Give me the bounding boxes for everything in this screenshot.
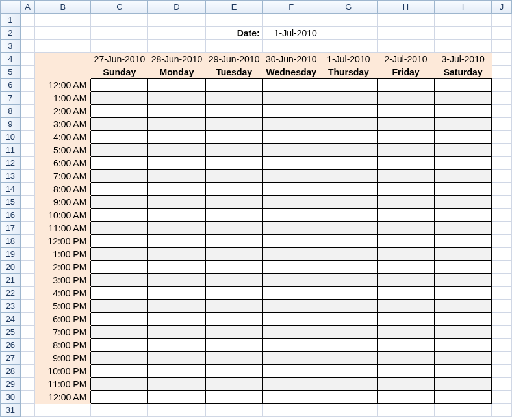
cell-I17[interactable] — [435, 222, 492, 235]
cell-G1[interactable] — [320, 14, 377, 27]
cell-I16[interactable] — [435, 209, 492, 222]
cell-J9[interactable] — [492, 118, 512, 131]
cell-H2[interactable] — [377, 27, 434, 40]
cell-C5-day[interactable]: Sunday — [91, 66, 148, 79]
cell-I8[interactable] — [435, 105, 492, 118]
cell-I15[interactable] — [435, 196, 492, 209]
cell-A15[interactable] — [20, 196, 35, 209]
cell-J7[interactable] — [492, 92, 512, 105]
cell-C25[interactable] — [91, 326, 148, 339]
cell-F22[interactable] — [262, 287, 320, 300]
cell-J24[interactable] — [492, 313, 512, 326]
cell-G24[interactable] — [320, 313, 377, 326]
cell-E5-day[interactable]: Tuesday — [205, 66, 262, 79]
cell-E26[interactable] — [205, 339, 262, 352]
cell-B26-time[interactable]: 8:00 PM — [35, 339, 91, 352]
cell-G10[interactable] — [320, 131, 377, 144]
cell-I23[interactable] — [435, 300, 492, 313]
cell-A24[interactable] — [20, 313, 35, 326]
cell-B4[interactable] — [35, 53, 91, 66]
cell-A7[interactable] — [20, 92, 35, 105]
cell-H31[interactable] — [377, 404, 434, 417]
cell-B23-time[interactable]: 5:00 PM — [35, 300, 91, 313]
cell-A5[interactable] — [20, 66, 35, 79]
cell-C6[interactable] — [91, 79, 148, 92]
cell-D24[interactable] — [148, 313, 205, 326]
cell-D26[interactable] — [148, 339, 205, 352]
cell-A1[interactable] — [20, 14, 35, 27]
row-header-14[interactable]: 14 — [1, 183, 21, 196]
cell-I5-day[interactable]: Saturday — [435, 66, 492, 79]
row-header-7[interactable]: 7 — [1, 92, 21, 105]
cell-A16[interactable] — [20, 209, 35, 222]
cell-J20[interactable] — [492, 261, 512, 274]
cell-I2[interactable] — [435, 27, 492, 40]
cell-B9-time[interactable]: 3:00 AM — [35, 118, 91, 131]
row-header-17[interactable]: 17 — [1, 222, 21, 235]
cell-C27[interactable] — [91, 352, 148, 365]
cell-E15[interactable] — [205, 196, 262, 209]
cell-B14-time[interactable]: 8:00 AM — [35, 183, 91, 196]
cell-C26[interactable] — [91, 339, 148, 352]
cell-H14[interactable] — [377, 183, 434, 196]
cell-H11[interactable] — [377, 144, 434, 157]
cell-A12[interactable] — [20, 157, 35, 170]
cell-D16[interactable] — [148, 209, 205, 222]
cell-E31[interactable] — [205, 404, 262, 417]
cell-B28-time[interactable]: 10:00 PM — [35, 365, 91, 378]
cell-D4-date[interactable]: 28-Jun-2010 — [148, 53, 205, 66]
cell-C17[interactable] — [91, 222, 148, 235]
cell-I12[interactable] — [435, 157, 492, 170]
cell-H24[interactable] — [377, 313, 434, 326]
cell-C19[interactable] — [91, 248, 148, 261]
cell-G14[interactable] — [320, 183, 377, 196]
cell-H6[interactable] — [377, 79, 434, 92]
spreadsheet-grid[interactable]: A B C D E F G H I J 1 2 Date: 1-Jul-2010 — [0, 0, 512, 417]
cell-A26[interactable] — [20, 339, 35, 352]
cell-E27[interactable] — [205, 352, 262, 365]
cell-F11[interactable] — [262, 144, 320, 157]
cell-E30[interactable] — [205, 391, 262, 404]
cell-F17[interactable] — [262, 222, 320, 235]
cell-F21[interactable] — [262, 274, 320, 287]
cell-A29[interactable] — [20, 378, 35, 391]
cell-B25-time[interactable]: 7:00 PM — [35, 326, 91, 339]
cell-J19[interactable] — [492, 248, 512, 261]
row-header-2[interactable]: 2 — [1, 27, 21, 40]
cell-F19[interactable] — [262, 248, 320, 261]
cell-F31[interactable] — [262, 404, 320, 417]
cell-C31[interactable] — [91, 404, 148, 417]
cell-J26[interactable] — [492, 339, 512, 352]
cell-B24-time[interactable]: 6:00 PM — [35, 313, 91, 326]
cell-C4-date[interactable]: 27-Jun-2010 — [91, 53, 148, 66]
cell-E7[interactable] — [205, 92, 262, 105]
cell-H3[interactable] — [377, 40, 434, 53]
cell-J30[interactable] — [492, 391, 512, 404]
row-header-31[interactable]: 31 — [1, 404, 21, 417]
cell-D9[interactable] — [148, 118, 205, 131]
cell-B10-time[interactable]: 4:00 AM — [35, 131, 91, 144]
cell-G3[interactable] — [320, 40, 377, 53]
row-header-8[interactable]: 8 — [1, 105, 21, 118]
cell-J31[interactable] — [492, 404, 512, 417]
cell-I1[interactable] — [435, 14, 492, 27]
row-header-27[interactable]: 27 — [1, 352, 21, 365]
col-header-H[interactable]: H — [377, 1, 434, 14]
cell-A22[interactable] — [20, 287, 35, 300]
cell-E3[interactable] — [205, 40, 262, 53]
cell-I6[interactable] — [435, 79, 492, 92]
cell-A31[interactable] — [20, 404, 35, 417]
cell-B7-time[interactable]: 1:00 AM — [35, 92, 91, 105]
cell-C16[interactable] — [91, 209, 148, 222]
cell-E29[interactable] — [205, 378, 262, 391]
cell-G12[interactable] — [320, 157, 377, 170]
cell-I19[interactable] — [435, 248, 492, 261]
cell-G29[interactable] — [320, 378, 377, 391]
cell-B16-time[interactable]: 10:00 AM — [35, 209, 91, 222]
cell-J14[interactable] — [492, 183, 512, 196]
cell-E2-date-label[interactable]: Date: — [205, 27, 262, 40]
cell-J12[interactable] — [492, 157, 512, 170]
cell-B12-time[interactable]: 6:00 AM — [35, 157, 91, 170]
cell-G28[interactable] — [320, 365, 377, 378]
cell-G23[interactable] — [320, 300, 377, 313]
